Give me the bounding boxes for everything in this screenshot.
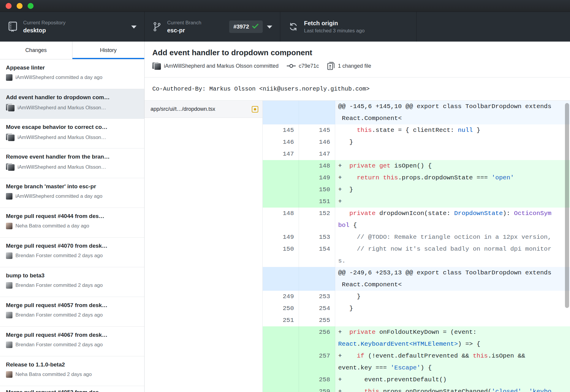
diff-code: + private get isOpen() { xyxy=(335,160,570,172)
current-branch-button[interactable]: Current Branch esc-pr #3972 xyxy=(145,12,280,42)
new-line-number: 253 xyxy=(299,291,335,303)
diff-context-line: 148152 private dropdownIcon(state: Dropd… xyxy=(263,208,570,231)
tab-changes[interactable]: Changes xyxy=(0,42,72,59)
commit-byline: iAmWillShepherd committed a day ago xyxy=(6,193,140,200)
code-segment: ): xyxy=(503,210,514,217)
commit-byline-text: iAmWillShepherd and Markus Olsson… xyxy=(18,105,106,111)
diff-code: this.state = { clientRect: null } xyxy=(335,124,570,136)
code-segment: .props.dropdownState === xyxy=(398,174,492,181)
file-list-item[interactable]: app/src/ui/t…/dropdown.tsx xyxy=(145,101,262,118)
code-segment: + xyxy=(338,174,357,181)
old-line-number xyxy=(263,184,299,196)
code-segment: isOpen() { xyxy=(390,162,432,169)
chevron-down-icon xyxy=(267,26,272,29)
code-line: s. xyxy=(338,255,570,267)
code-segment: this xyxy=(383,174,398,181)
new-line-number: 256 xyxy=(299,326,335,350)
code-line: + } xyxy=(338,184,570,196)
commit-list: Appease linteriAmWillShepherd committed … xyxy=(0,59,144,392)
new-line-number: 149 xyxy=(299,172,335,184)
code-segment: (!event.defaultPrevented && xyxy=(364,353,473,359)
commit-sha: c79e71c xyxy=(299,63,319,69)
commit-list-item[interactable]: Merge pull request #4070 from desk…Brend… xyxy=(0,238,144,267)
code-line: + private onFoldoutKeyDown = (event: xyxy=(338,326,570,338)
new-line-number: 147 xyxy=(299,148,335,160)
branch-name: esc-pr xyxy=(167,27,201,34)
commit-byline-text: iAmWillShepherd committed a day ago xyxy=(15,75,102,80)
diff-added-line: 256+ private onFoldoutKeyDown = (event:R… xyxy=(263,326,570,350)
commit-byline: Brendan Forster committed 2 days ago xyxy=(6,312,140,318)
commit-title: Merge pull request #4070 from desk… xyxy=(6,243,140,249)
new-line-number: 154 xyxy=(299,243,335,267)
file-path: app/src/ui/t…/dropdown.tsx xyxy=(151,106,248,112)
diff-code: + event.preventDefault() xyxy=(335,374,570,386)
vertical-scrollbar[interactable] xyxy=(565,103,569,308)
minimize-button[interactable] xyxy=(17,3,23,9)
chevron-down-icon xyxy=(131,26,137,29)
old-line-number: 145 xyxy=(263,124,299,136)
old-line-number xyxy=(263,196,299,208)
diff-context-line: 147147 xyxy=(263,148,570,160)
commit-byline-text: iAmWillShepherd and Markus Olsson… xyxy=(18,164,106,170)
code-segment: return xyxy=(357,174,379,181)
commit-title: Move escape behavior to correct co… xyxy=(6,124,140,130)
diff-code: // @TODO: Remake triangle octicon in a 1… xyxy=(335,231,570,243)
diff-code: } xyxy=(335,303,570,314)
code-segment: null xyxy=(458,127,473,134)
changed-files-icon xyxy=(327,62,335,70)
code-segment: this xyxy=(357,127,372,134)
tab-history[interactable]: History xyxy=(72,42,145,59)
code-segment: + xyxy=(338,388,364,392)
content: Changes History Appease linteriAmWillShe… xyxy=(0,42,570,392)
close-button[interactable] xyxy=(6,3,12,9)
diff-area: app/src/ui/t…/dropdown.tsx @@ -145,6 +14… xyxy=(145,101,570,392)
current-repository-button[interactable]: Current Repository desktop xyxy=(0,12,145,42)
maximize-button[interactable] xyxy=(28,3,34,9)
commit-byline-text: Neha Batra committed 2 days ago xyxy=(15,372,92,377)
tab-bar: Changes History xyxy=(0,42,144,59)
commit-list-item[interactable]: Merge branch 'master' into esc-priAmWill… xyxy=(0,178,144,208)
commit-list-item[interactable]: Release to 1.1.0-beta2Neha Batra committ… xyxy=(0,356,144,386)
tab-history-label: History xyxy=(100,47,117,53)
avatar xyxy=(6,134,15,141)
commit-list-item[interactable]: Merge pull request #4052 from des… xyxy=(0,386,144,392)
commit-list-item[interactable]: Remove event handler from the bran…iAmWi… xyxy=(0,148,144,178)
diff-view: @@ -145,6 +145,10 @@ export class Toolba… xyxy=(263,101,570,392)
code-segment xyxy=(338,127,357,134)
commit-byline-text: iAmWillShepherd and Markus Olsson… xyxy=(18,135,106,140)
commit-title: Add event handler to dropdown com… xyxy=(6,94,140,101)
diff-added-line: 258+ event.preventDefault() xyxy=(263,374,570,386)
diff-code xyxy=(335,148,570,160)
commit-list-item[interactable]: Appease linteriAmWillShepherd committed … xyxy=(0,59,144,89)
commit-list-item[interactable]: Merge pull request #4067 from desk…Brend… xyxy=(0,327,144,356)
commit-list-item[interactable]: Move escape behavior to correct co…iAmWi… xyxy=(0,119,144,148)
diff-hunk-header: @@ -145,6 +145,10 @@ export class Toolba… xyxy=(263,101,570,124)
commit-list-item[interactable]: bump to beta3Brendan Forster committed 2… xyxy=(0,267,144,297)
diff-added-line: 151+ xyxy=(263,196,570,208)
commit-title: Appease linter xyxy=(6,64,140,71)
code-segment: + xyxy=(338,198,342,205)
old-line-number: 149 xyxy=(263,231,299,243)
commit-title: Merge branch 'master' into esc-pr xyxy=(6,183,140,190)
commit-list-item[interactable]: Merge pull request #4057 from desk…Brend… xyxy=(0,297,144,327)
new-line-number: 152 xyxy=(299,208,335,231)
code-segment xyxy=(379,174,383,181)
commit-list-item[interactable]: Add event handler to dropdown com…iAmWil… xyxy=(0,89,144,119)
old-line-number: 150 xyxy=(263,243,299,267)
code-segment xyxy=(338,210,349,217)
diff-added-line: 259+ this.props.onDropdownStateChanged('… xyxy=(263,386,570,392)
code-segment: private get xyxy=(349,162,391,169)
old-line-number xyxy=(263,350,299,374)
old-line-number: 146 xyxy=(263,136,299,148)
code-line: event.key === 'Escape') { xyxy=(338,362,570,374)
code-line: bol { xyxy=(338,219,570,231)
commit-icon xyxy=(287,64,296,68)
fetch-origin-button[interactable]: Fetch origin Last fetched 3 minutes ago xyxy=(280,12,417,42)
commit-byline: iAmWillShepherd and Markus Olsson… xyxy=(6,163,140,171)
commit-byline: Brendan Forster committed 2 days ago xyxy=(6,342,140,348)
code-line xyxy=(338,148,570,160)
commit-list-item[interactable]: Merge pull request #4044 from des…Neha B… xyxy=(0,208,144,238)
avatar xyxy=(6,252,12,259)
pull-request-badge: #3972 xyxy=(229,20,263,33)
repository-name: desktop xyxy=(23,27,66,34)
